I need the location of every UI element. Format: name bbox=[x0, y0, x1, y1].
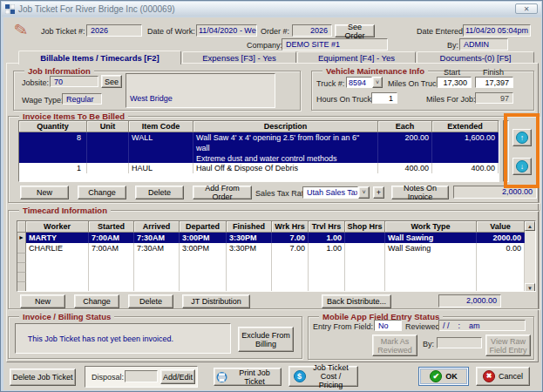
view-raw-field-entry-button[interactable]: View Raw Field Entry bbox=[485, 335, 531, 356]
tab-expenses[interactable]: Expenses [F3] - Yes bbox=[182, 51, 296, 64]
timecard-col-worker[interactable]: Worker bbox=[26, 221, 89, 233]
miles-start-field[interactable]: 17,300 bbox=[437, 77, 472, 88]
truck-number-combo[interactable]: 8594 bbox=[346, 77, 372, 88]
disposal-field[interactable] bbox=[125, 370, 158, 382]
row-selector-cell bbox=[17, 253, 26, 263]
empty-cell bbox=[477, 263, 525, 273]
timecard-new-button[interactable]: New bbox=[20, 294, 65, 308]
invoice-new-button[interactable]: New bbox=[20, 186, 69, 199]
tab-billable-items-timecards[interactable]: Billable Items / Timecards [F2] bbox=[18, 51, 181, 64]
disposal-add-edit-button[interactable]: Add/Edit bbox=[160, 369, 195, 384]
empty-cell bbox=[345, 253, 385, 263]
truck-number-label: Truck #: bbox=[316, 79, 344, 88]
see-order-button[interactable]: See Order bbox=[335, 24, 375, 37]
invoice-each-cell: 200.00 bbox=[378, 132, 432, 163]
timecard-change-button[interactable]: Change bbox=[74, 294, 119, 308]
billing-status-message: This Job Ticket has not yet been invoice… bbox=[28, 335, 173, 343]
empty-cell bbox=[180, 263, 227, 273]
jt-distribution-button[interactable]: JT Distribution bbox=[182, 294, 250, 308]
invoice-col-each[interactable]: Each bbox=[378, 121, 432, 132]
mark-as-reviewed-button[interactable]: Mark As Reviewed bbox=[372, 335, 417, 356]
timecard-col-arrived[interactable]: Arrived bbox=[134, 221, 180, 233]
close-icon[interactable]: ✕ bbox=[515, 3, 538, 14]
timecard-col-started[interactable]: Started bbox=[89, 221, 134, 233]
print-job-ticket-button[interactable]: Print Job Ticket bbox=[214, 368, 282, 386]
ok-button[interactable]: ✔ OK bbox=[418, 367, 469, 386]
invoice-change-button[interactable]: Change bbox=[78, 186, 126, 199]
timecard-table-row[interactable]: CHARLIE7:00AM7:30AM3:00PM3:30PM7.001.00W… bbox=[17, 243, 535, 253]
invoice-col-description[interactable]: Description bbox=[193, 121, 378, 132]
wage-type-label: Wage Type: bbox=[22, 96, 64, 105]
see-jobsite-button[interactable]: See bbox=[101, 75, 122, 88]
miles-for-job-label: Miles For Job: bbox=[426, 95, 476, 104]
timecard-table-row[interactable]: ►MARTY7:00AM7:30AM3:00PM3:30PM7.001.00Wa… bbox=[17, 233, 535, 243]
window-title: Job Ticket For River Bridge Inc (000069) bbox=[18, 4, 175, 14]
timecard-col-value[interactable]: Value bbox=[477, 221, 525, 233]
order-number-field[interactable]: 2026 bbox=[292, 24, 332, 37]
timecard-scrollbar[interactable]: ▲ ▼ bbox=[525, 221, 535, 292]
date-of-work-field[interactable]: 11/04/2020 - Wed bbox=[196, 24, 257, 37]
timecard-col-departed[interactable]: Departed bbox=[180, 221, 227, 233]
timecard-work-type-cell: Wall Sawing bbox=[385, 243, 477, 253]
timecard-col-wrk-hrs[interactable]: Wrk Hrs bbox=[272, 221, 309, 233]
timecard-worker-cell: CHARLIE bbox=[26, 243, 89, 253]
invoice-delete-button[interactable]: Delete bbox=[135, 186, 184, 199]
timecard-total-field: 2,000.00 bbox=[438, 294, 501, 308]
invoice-items-table[interactable]: Quantity Unit Item Code Description Each… bbox=[18, 120, 499, 182]
invoice-col-item-code[interactable]: Item Code bbox=[129, 121, 193, 132]
invoice-col-extended[interactable]: Extended bbox=[432, 121, 499, 132]
timecard-table[interactable]: Worker Started Arrived Departed Finished… bbox=[17, 220, 536, 292]
annotation-highlight-box bbox=[504, 113, 540, 188]
reviewed-field[interactable]: / / : am bbox=[438, 320, 526, 331]
timecard-col-selector bbox=[17, 221, 26, 233]
hours-on-truck-label: Hours On Truck: bbox=[316, 95, 374, 104]
timecard-col-shop-hrs[interactable]: Shop Hrs bbox=[345, 221, 385, 233]
timecard-col-work-type[interactable]: Work Type bbox=[385, 221, 477, 233]
delete-job-ticket-button[interactable]: Delete Job Ticket bbox=[10, 368, 76, 386]
empty-cell bbox=[227, 263, 272, 273]
miles-finish-field[interactable]: 17,397 bbox=[475, 77, 513, 88]
row-selector-cell[interactable] bbox=[17, 243, 26, 253]
empty-cell bbox=[385, 282, 477, 292]
sales-tax-dropdown-icon[interactable]: ˅ bbox=[358, 186, 370, 199]
sales-tax-combo[interactable]: Utah Sales Tax bbox=[302, 186, 358, 199]
empty-cell bbox=[272, 282, 309, 292]
timecard-col-trvl-hrs[interactable]: Trvl Hrs bbox=[309, 221, 345, 233]
scroll-down-icon[interactable]: ▼ bbox=[525, 283, 535, 292]
invoice-table-row[interactable]: 1HAULHaul Off & Dispose Of Debris400.004… bbox=[19, 163, 499, 173]
exclude-from-billing-button[interactable]: Exclude From Billing bbox=[238, 327, 294, 352]
empty-cell bbox=[26, 263, 89, 273]
notes-on-invoice-button[interactable]: Notes On Invoice bbox=[391, 186, 449, 199]
hours-on-truck-field[interactable]: 1 bbox=[371, 92, 397, 104]
disposal-label: Disposal: bbox=[92, 373, 124, 382]
timecard-value-cell: 0.00 bbox=[477, 243, 525, 253]
cancel-button[interactable]: ✖ Cancel bbox=[476, 367, 530, 386]
invoice-col-quantity[interactable]: Quantity bbox=[19, 121, 87, 132]
timecard-delete-button[interactable]: Delete bbox=[128, 294, 173, 308]
timecard-empty-row bbox=[17, 253, 535, 263]
dollar-icon: $ bbox=[294, 370, 306, 382]
add-from-order-button[interactable]: Add From Order bbox=[193, 186, 252, 199]
invoice-table-row[interactable]: 8WALLWall Saw 4' x 4' opening 2.5' from … bbox=[19, 132, 499, 163]
jobsite-field[interactable]: 70 bbox=[50, 76, 98, 87]
empty-cell bbox=[477, 282, 525, 292]
reviewed-by-field[interactable] bbox=[437, 337, 482, 348]
tab-equipment[interactable]: Equipment [F4] - Yes bbox=[297, 51, 416, 64]
title-bar[interactable]: Job Ticket For River Bridge Inc (000069) bbox=[2, 2, 541, 17]
tab-documents[interactable]: Documents-(0) [F5] bbox=[417, 51, 534, 64]
job-ticket-cost-pricing-button[interactable]: $ Job Ticket Cost / Pricing bbox=[288, 366, 358, 387]
empty-cell bbox=[385, 253, 477, 263]
row-selector-cell bbox=[17, 282, 26, 292]
timecard-col-finished[interactable]: Finished bbox=[227, 221, 272, 233]
wage-type-field[interactable]: Regular bbox=[62, 93, 102, 105]
scroll-up-icon[interactable]: ▲ bbox=[525, 221, 535, 231]
job-ticket-field[interactable]: 2026 bbox=[86, 24, 142, 37]
invoice-col-unit[interactable]: Unit bbox=[87, 121, 129, 132]
miles-for-job-field: 97 bbox=[475, 92, 513, 104]
truck-dropdown-icon[interactable]: ˅ bbox=[372, 77, 383, 88]
back-distribute-button[interactable]: Back Distribute... bbox=[322, 294, 391, 308]
empty-cell bbox=[89, 282, 134, 292]
empty-cell bbox=[89, 273, 134, 282]
add-tax-rate-button[interactable]: + bbox=[373, 186, 384, 199]
empty-cell bbox=[309, 253, 345, 263]
